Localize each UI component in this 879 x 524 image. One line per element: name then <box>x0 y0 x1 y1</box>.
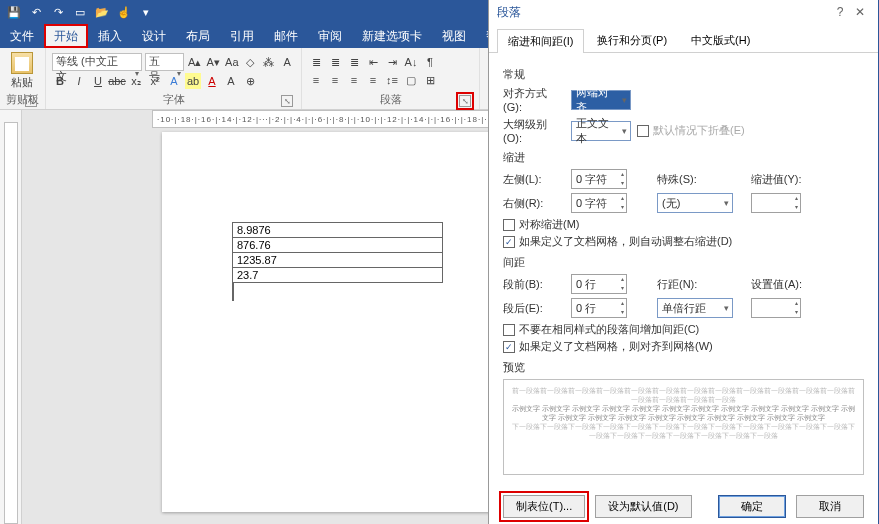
share-icon: ☁ <box>846 29 858 43</box>
table-tail <box>233 283 234 301</box>
mirror-indent-checkbox[interactable]: 对称缩进(M) <box>503 217 864 232</box>
shading-icon[interactable]: ▢ <box>403 72 419 88</box>
multilevel-icon[interactable]: ≣ <box>346 54 362 70</box>
tab-design[interactable]: 设计 <box>132 24 176 48</box>
dialog-body: 常规 对齐方式(G): 两端对齐 大纲级别(O): 正文文本 默认情况下折叠(E… <box>489 53 878 483</box>
left-indent-spinner[interactable]: 0 字符 <box>571 169 627 189</box>
tab-view[interactable]: 视图 <box>432 24 476 48</box>
increase-indent-icon[interactable]: ⇥ <box>384 54 400 70</box>
strike-button[interactable]: abc <box>109 73 125 89</box>
label-alignment: 对齐方式(G): <box>503 86 565 113</box>
align-right-icon[interactable]: ≡ <box>346 72 362 88</box>
tab-layout[interactable]: 布局 <box>176 24 220 48</box>
data-table[interactable]: 8.9876 876.76 1235.87 23.7 <box>232 222 443 301</box>
table-row[interactable]: 8.9876 <box>233 222 443 238</box>
indent-by-spinner[interactable] <box>751 193 801 213</box>
sort-icon[interactable]: A↓ <box>403 54 419 70</box>
tabs-button[interactable]: 制表位(T)... <box>503 495 585 518</box>
close-icon[interactable]: ✕ <box>850 5 870 19</box>
touch-icon[interactable]: ☝ <box>116 4 132 20</box>
table-row[interactable]: 23.7 <box>233 268 443 283</box>
clipboard-launcher-icon[interactable]: ⤡ <box>25 95 37 107</box>
tab-mailings[interactable]: 邮件 <box>264 24 308 48</box>
paragraph-launcher-icon[interactable]: ⤡ <box>459 95 471 107</box>
grid-indent-checkbox[interactable]: ✓ 如果定义了文档网格，则自动调整右缩进(D) <box>503 234 864 249</box>
decrease-indent-icon[interactable]: ⇤ <box>365 54 381 70</box>
qat-dropdown-icon[interactable]: ▾ <box>138 4 154 20</box>
tab-references[interactable]: 引用 <box>220 24 264 48</box>
label-indent-by: 缩进值(Y): <box>751 172 802 187</box>
dialog-title: 段落 <box>497 4 521 21</box>
ok-button[interactable]: 确定 <box>718 495 786 518</box>
snap-grid-checkbox[interactable]: ✓ 如果定义了文档网格，则对齐到网格(W) <box>503 339 864 354</box>
dialog-help-icon[interactable]: ? <box>830 5 850 19</box>
line-spacing-select[interactable]: 单倍行距 <box>657 298 733 318</box>
set-default-button[interactable]: 设为默认值(D) <box>595 495 691 518</box>
section-spacing: 间距 <box>503 255 864 270</box>
enclose-char-icon[interactable]: ⊕ <box>242 73 258 89</box>
tab-home[interactable]: 开始 <box>44 24 88 48</box>
numbering-icon[interactable]: ≣ <box>327 54 343 70</box>
checkbox-icon <box>503 324 515 336</box>
bullets-icon[interactable]: ≣ <box>308 54 324 70</box>
label-special: 特殊(S): <box>657 172 697 187</box>
borders-icon[interactable]: ⊞ <box>422 72 438 88</box>
char-border-icon[interactable]: A <box>280 54 296 70</box>
paste-button[interactable]: 粘贴 <box>6 52 38 90</box>
space-before-spinner[interactable]: 0 行 <box>571 274 627 294</box>
font-name-select[interactable]: 等线 (中文正文 <box>52 53 142 71</box>
redo-icon[interactable]: ↷ <box>50 4 66 20</box>
font-size-select[interactable]: 五号 <box>145 53 184 71</box>
special-indent-select[interactable]: (无) <box>657 193 733 213</box>
open-icon[interactable]: 📂 <box>94 4 110 20</box>
page[interactable]: 8.9876 876.76 1235.87 23.7 <box>162 132 497 512</box>
align-center-icon[interactable]: ≡ <box>327 72 343 88</box>
tab-insert[interactable]: 插入 <box>88 24 132 48</box>
group-font: 等线 (中文正文 五号 A▴ A▾ Aa ◇ ⁂ A B I U abc x₂ … <box>46 48 302 109</box>
tab-asian[interactable]: 中文版式(H) <box>680 28 761 52</box>
font-launcher-icon[interactable]: ⤡ <box>281 95 293 107</box>
vertical-ruler[interactable] <box>0 110 22 524</box>
font-color-icon[interactable]: A <box>204 73 220 89</box>
share-button[interactable]: ☁ 共 <box>846 28 873 45</box>
table-row[interactable]: 1235.87 <box>233 253 443 268</box>
dialog-titlebar[interactable]: 段落 ? ✕ <box>489 0 878 24</box>
no-same-style-checkbox[interactable]: 不要在相同样式的段落间增加间距(C) <box>503 322 864 337</box>
char-shading-icon[interactable]: A <box>223 73 239 89</box>
space-after-spinner[interactable]: 0 行 <box>571 298 627 318</box>
collapse-checkbox[interactable]: 默认情况下折叠(E) <box>637 123 745 138</box>
clear-format-icon[interactable]: ◇ <box>243 54 259 70</box>
alignment-select[interactable]: 两端对齐 <box>571 90 631 110</box>
undo-icon[interactable]: ↶ <box>28 4 44 20</box>
italic-button[interactable]: I <box>71 73 87 89</box>
right-indent-spinner[interactable]: 0 字符 <box>571 193 627 213</box>
label-after: 段后(E): <box>503 301 565 316</box>
highlight-icon[interactable]: ab <box>185 73 201 89</box>
save-icon[interactable]: 💾 <box>6 4 22 20</box>
phonetic-icon[interactable]: ⁂ <box>261 54 277 70</box>
grow-font-icon[interactable]: A▴ <box>187 54 203 70</box>
change-case-icon[interactable]: Aa <box>224 54 240 70</box>
tab-file[interactable]: 文件 <box>0 24 44 48</box>
table-row[interactable]: 876.76 <box>233 238 443 253</box>
checkbox-icon <box>637 125 649 137</box>
show-marks-icon[interactable]: ¶ <box>422 54 438 70</box>
group-label-font: 字体 ⤡ <box>52 92 295 109</box>
new-icon[interactable]: ▭ <box>72 4 88 20</box>
underline-button[interactable]: U <box>90 73 106 89</box>
tab-review[interactable]: 审阅 <box>308 24 352 48</box>
outline-select[interactable]: 正文文本 <box>571 121 631 141</box>
paste-label: 粘贴 <box>11 75 33 90</box>
cancel-button[interactable]: 取消 <box>796 495 864 518</box>
tab-line-page[interactable]: 换行和分页(P) <box>586 28 678 52</box>
label-left-indent: 左侧(L): <box>503 172 565 187</box>
at-value-spinner[interactable] <box>751 298 801 318</box>
tab-indent-spacing[interactable]: 缩进和间距(I) <box>497 29 584 53</box>
section-indent: 缩进 <box>503 150 864 165</box>
label-at: 设置值(A): <box>751 277 802 292</box>
shrink-font-icon[interactable]: A▾ <box>206 54 222 70</box>
align-left-icon[interactable]: ≡ <box>308 72 324 88</box>
line-spacing-icon[interactable]: ↕≡ <box>384 72 400 88</box>
tab-custom[interactable]: 新建选项卡 <box>352 24 432 48</box>
justify-icon[interactable]: ≡ <box>365 72 381 88</box>
